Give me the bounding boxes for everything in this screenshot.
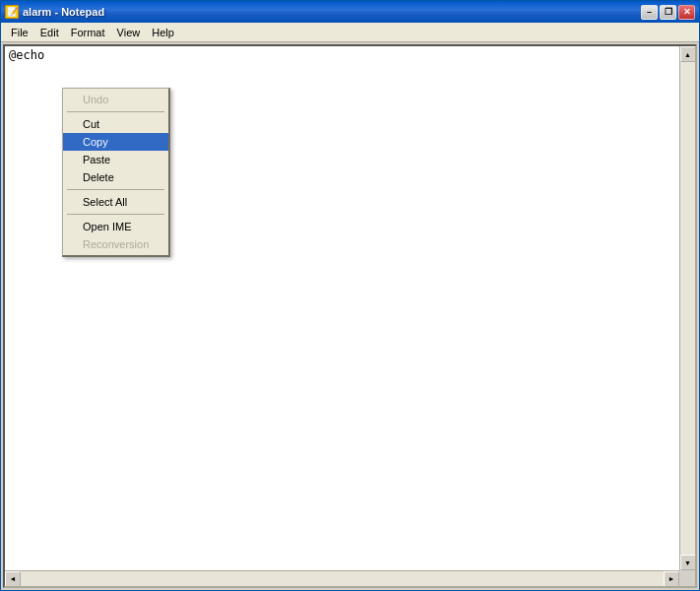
editor-text: @echo — [9, 48, 44, 62]
menu-file[interactable]: File — [5, 25, 34, 40]
menu-view[interactable]: View — [111, 25, 147, 40]
menu-edit[interactable]: Edit — [34, 25, 65, 40]
menu-bar: File Edit Format View Help — [1, 23, 699, 42]
context-menu-open-ime[interactable]: Open IME — [63, 218, 168, 235]
minimize-button[interactable]: – — [641, 5, 658, 20]
context-menu-delete[interactable]: Delete — [63, 168, 168, 186]
close-button[interactable]: ✕ — [678, 5, 695, 20]
scrollbar-track-right[interactable] — [680, 62, 695, 555]
title-bar-left: 📝 alarm - Notepad — [5, 5, 104, 19]
window-title: alarm - Notepad — [23, 6, 104, 18]
menu-format[interactable]: Format — [65, 25, 111, 40]
title-buttons: – ❐ ✕ — [641, 5, 695, 20]
scrollbar-track-bottom[interactable] — [21, 571, 664, 586]
menu-help[interactable]: Help — [146, 25, 180, 40]
scroll-down-button[interactable]: ▼ — [680, 555, 696, 570]
context-menu-separator-3 — [67, 214, 164, 215]
title-bar: 📝 alarm - Notepad – ❐ ✕ — [1, 1, 699, 23]
context-menu-separator-2 — [67, 189, 164, 190]
editor-area[interactable]: @echo Undo Cut Copy Paste Delete Select … — [3, 44, 697, 588]
restore-button[interactable]: ❐ — [660, 5, 676, 20]
context-menu-copy[interactable]: Copy — [63, 133, 168, 151]
scroll-up-button[interactable]: ▲ — [680, 46, 696, 62]
context-menu-undo[interactable]: Undo — [63, 91, 168, 108]
scroll-right-button[interactable]: ► — [664, 571, 679, 587]
context-menu-separator-1 — [67, 111, 164, 112]
context-menu-cut[interactable]: Cut — [63, 115, 168, 133]
context-menu-select-all[interactable]: Select All — [63, 193, 168, 211]
context-menu-paste[interactable]: Paste — [63, 151, 168, 168]
context-menu-reconversion[interactable]: Reconversion — [63, 235, 168, 253]
scrollbar-corner — [679, 570, 695, 586]
scrollbar-right: ▲ ▼ — [679, 46, 695, 570]
scrollbar-bottom: ◄ ► — [5, 570, 679, 586]
scroll-left-button[interactable]: ◄ — [5, 571, 21, 587]
app-icon: 📝 — [5, 5, 19, 19]
editor-content: @echo — [5, 46, 695, 64]
context-menu: Undo Cut Copy Paste Delete Select All Op… — [62, 88, 170, 257]
notepad-window: 📝 alarm - Notepad – ❐ ✕ File Edit Format… — [0, 0, 700, 591]
